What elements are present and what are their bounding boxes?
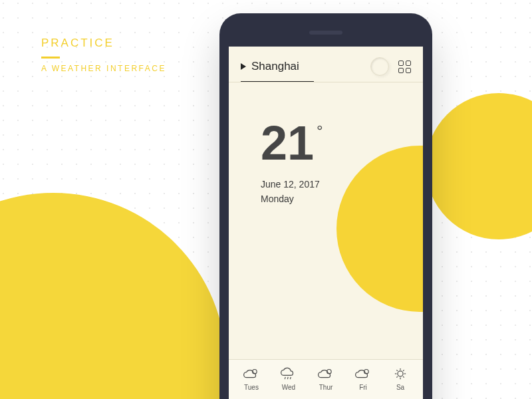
cloud-sun-icon	[317, 366, 334, 381]
svg-line-11	[396, 370, 398, 371]
sun-icon	[392, 366, 409, 381]
page-title-block: PRACTICE A WEATHER INTERFACE	[41, 37, 166, 73]
svg-line-12	[403, 376, 404, 378]
forecast-day-label: Fri	[359, 384, 367, 391]
cloud-rain-icon	[280, 366, 297, 381]
page-subtitle: A WEATHER INTERFACE	[41, 64, 166, 73]
svg-line-2	[287, 377, 288, 379]
svg-line-13	[396, 376, 398, 378]
phone-speaker	[309, 31, 342, 35]
title-rule	[41, 57, 60, 59]
forecast-day[interactable]: Wed	[270, 366, 307, 391]
phone-screen: Shanghai 21 ° June 12, 2017 Monday T	[229, 47, 423, 399]
cloud-sun-icon	[354, 366, 372, 381]
page-title: PRACTICE	[41, 37, 166, 50]
city-selector[interactable]: Shanghai	[241, 60, 299, 73]
temperature-value: 21	[261, 119, 314, 167]
svg-line-3	[290, 377, 291, 379]
current-weather: 21 ° June 12, 2017 Monday	[229, 82, 423, 204]
forecast-day-label: Thur	[319, 384, 333, 391]
forecast-day[interactable]: Sa	[382, 366, 419, 391]
svg-line-1	[285, 377, 285, 379]
svg-line-14	[403, 370, 404, 371]
top-bar: Shanghai	[229, 47, 423, 81]
forecast-day-label: Sa	[396, 384, 404, 391]
phone-frame: Shanghai 21 ° June 12, 2017 Monday T	[219, 13, 432, 399]
phone-notch-area	[219, 13, 432, 47]
forecast-day[interactable]: Tues	[233, 366, 270, 391]
grid-menu-icon[interactable]	[398, 61, 411, 73]
forecast-day[interactable]: Fri	[344, 366, 382, 391]
city-label: Shanghai	[251, 60, 299, 73]
play-arrow-icon	[241, 63, 246, 70]
forecast-day-label: Wed	[282, 384, 295, 391]
svg-point-6	[398, 371, 403, 376]
forecast-strip: Tues Wed Thur Fri Sa	[229, 359, 423, 399]
forecast-day-label: Tues	[244, 384, 259, 391]
forecast-day[interactable]: Thur	[307, 366, 344, 391]
refresh-knob[interactable]	[370, 57, 389, 76]
sun-graphic	[336, 146, 423, 312]
cloud-sun-icon	[243, 366, 260, 381]
degree-symbol: °	[317, 122, 323, 140]
top-bar-actions	[370, 57, 411, 76]
